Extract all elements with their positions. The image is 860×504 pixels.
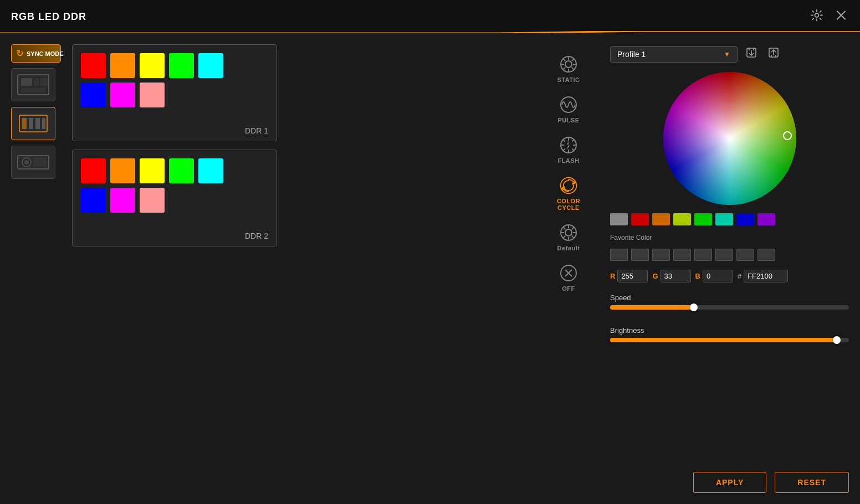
ddr1-swatch-7[interactable] (110, 83, 135, 107)
svg-line-35 (572, 140, 574, 142)
import-icon (745, 47, 757, 59)
profile-import-button[interactable] (743, 44, 760, 64)
ddr2-swatch-2[interactable] (110, 158, 135, 183)
ddr1-swatch-3[interactable] (140, 53, 165, 78)
ddr2-swatch-3[interactable] (140, 158, 165, 183)
ddr1-swatch-2[interactable] (110, 53, 135, 78)
preset-swatch-purple[interactable] (757, 213, 775, 225)
default-icon (559, 223, 579, 243)
off-label: OFF (562, 285, 575, 292)
svg-rect-9 (22, 118, 27, 129)
profile-export-button[interactable] (765, 44, 782, 64)
fav-swatch-5[interactable] (694, 249, 712, 261)
color-wheel-indicator[interactable] (783, 131, 792, 140)
ddr1-swatch-4[interactable] (169, 53, 194, 78)
ddr1-row-2 (81, 83, 268, 107)
svg-line-34 (572, 148, 574, 151)
b-field: B (695, 270, 733, 282)
sidebar-item-device-2[interactable] (11, 107, 55, 140)
fav-swatch-1[interactable] (610, 249, 628, 261)
ddr2-swatch-5[interactable] (198, 158, 223, 183)
ddr2-swatch-6[interactable] (81, 188, 106, 213)
sidebar-item-device-3[interactable] (11, 146, 55, 179)
svg-line-26 (563, 68, 565, 70)
app-title: RGB LED DDR (11, 11, 86, 23)
preset-swatch-gray[interactable] (610, 213, 628, 225)
fav-swatch-8[interactable] (757, 249, 775, 261)
settings-button[interactable] (808, 7, 825, 27)
fav-swatch-6[interactable] (715, 249, 733, 261)
effect-color-cycle[interactable]: COLORCYCLE (544, 171, 593, 215)
ddr2-label: DDR 2 (245, 232, 268, 240)
effect-flash[interactable]: FLASH (544, 131, 593, 168)
svg-line-47 (563, 227, 565, 229)
reset-button[interactable]: RESET (775, 472, 849, 493)
default-label: Default (557, 245, 580, 251)
speed-track[interactable] (610, 305, 849, 310)
preset-swatch-lime[interactable] (673, 213, 691, 225)
sync-mode-button[interactable]: ↻ SYNC MODE (11, 44, 61, 63)
ddr1-swatch-8[interactable] (140, 83, 165, 107)
svg-marker-37 (567, 141, 570, 150)
preset-swatch-red[interactable] (631, 213, 649, 225)
effect-pulse[interactable]: PULSE (544, 90, 593, 128)
close-button[interactable] (833, 8, 849, 26)
svg-line-25 (572, 59, 574, 61)
ddr2-panel: DDR 2 (72, 150, 277, 246)
ddr1-row-1 (81, 53, 268, 78)
favorite-label: Favorite Color (610, 234, 849, 241)
preset-swatch-teal[interactable] (715, 213, 733, 225)
export-icon (767, 47, 780, 59)
preset-colors (610, 213, 849, 225)
ddr2-swatch-4[interactable] (169, 158, 194, 183)
fav-swatch-4[interactable] (673, 249, 691, 261)
svg-line-49 (572, 227, 574, 229)
g-input[interactable] (661, 270, 691, 282)
close-icon (836, 10, 847, 21)
ddr2-swatch-1[interactable] (81, 158, 106, 183)
ddr1-swatch-6[interactable] (81, 83, 106, 107)
fav-swatch-7[interactable] (736, 249, 754, 261)
brightness-thumb[interactable] (833, 336, 841, 344)
fav-swatch-3[interactable] (652, 249, 670, 261)
r-field: R (610, 270, 648, 282)
preset-swatch-orange[interactable] (652, 213, 670, 225)
ddr2-row-2 (81, 188, 268, 213)
ddr1-swatch-5[interactable] (198, 53, 223, 78)
hex-input[interactable] (744, 270, 788, 282)
svg-rect-7 (21, 88, 45, 92)
gear-icon (811, 9, 823, 22)
color-wheel[interactable] (663, 72, 796, 205)
effect-default[interactable]: Default (544, 218, 593, 256)
svg-line-36 (563, 148, 565, 151)
ddr2-swatch-8[interactable] (140, 188, 165, 213)
ddr1-swatch-1[interactable] (81, 53, 106, 78)
brightness-fill (610, 338, 837, 342)
effect-static[interactable]: STATIC (544, 50, 593, 88)
speed-thumb[interactable] (690, 304, 698, 311)
preset-swatch-green[interactable] (694, 213, 712, 225)
b-input[interactable] (703, 270, 733, 282)
svg-line-33 (563, 140, 565, 142)
dropdown-arrow-icon: ▼ (724, 50, 730, 58)
svg-point-42 (565, 229, 572, 236)
r-input[interactable] (617, 270, 648, 282)
main-container: ↻ SYNC MODE (0, 33, 860, 504)
fav-swatch-2[interactable] (631, 249, 649, 261)
preset-swatch-blue[interactable] (736, 213, 754, 225)
apply-button[interactable]: APPLY (693, 472, 766, 493)
color-wheel-gradient[interactable] (663, 72, 796, 205)
hex-field: # (738, 270, 788, 282)
effect-off[interactable]: OFF (544, 259, 593, 296)
ddr2-swatch-7[interactable] (110, 188, 135, 213)
static-icon (559, 54, 579, 74)
sidebar: ↻ SYNC MODE (11, 44, 61, 493)
sidebar-item-device-1[interactable] (11, 68, 55, 101)
bottom-buttons: APPLY RESET (610, 461, 849, 493)
flash-label: FLASH (557, 157, 579, 164)
favorite-colors-row (610, 249, 849, 261)
brightness-track[interactable] (610, 338, 849, 342)
profile-select[interactable]: Profile 1 ▼ (610, 46, 738, 63)
ddr1-label: DDR 1 (245, 126, 268, 135)
color-cycle-icon (559, 176, 579, 196)
